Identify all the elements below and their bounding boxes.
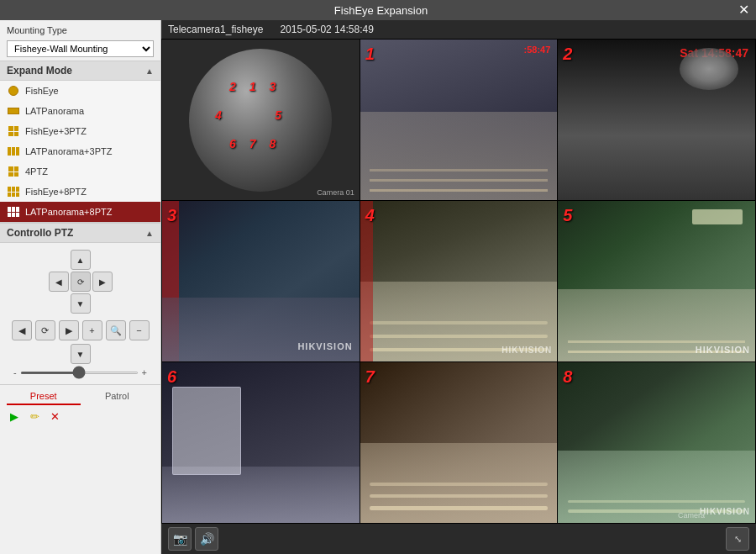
4ptz-label: 4PTZ <box>25 166 48 177</box>
ptz-section: Controllo PTZ ▲ ▲ ◀ ⟳ ▶ ▼ ◀ <box>0 222 160 427</box>
preset-play-button[interactable]: ▶ <box>7 409 22 424</box>
ptz-controls: ▲ ◀ ⟳ ▶ ▼ ◀ ⟳ ▶ + 🔍 − <box>0 243 160 384</box>
expand-mode-item-latpanorama8ptz[interactable]: LATPanorama+8PTZ <box>0 202 160 222</box>
ptz-dpad: ▲ ◀ ⟳ ▶ ▼ <box>49 250 113 314</box>
mounting-type-select[interactable]: Fisheye-Wall Mounting Fisheye-Ceiling Mo… <box>7 40 154 57</box>
close-button[interactable]: ✕ <box>738 3 749 17</box>
fisheye-numbers: 1 2 3 4 5 6 7 8 <box>189 49 332 192</box>
video-cell-4[interactable]: 4 HIKVISION <box>360 201 558 361</box>
expand-mode-label: Expand Mode <box>7 65 72 77</box>
cell-7-number: 7 <box>365 367 375 387</box>
ptz-down2-button[interactable]: ▼ <box>71 344 91 364</box>
fn-6: 6 <box>229 137 236 150</box>
latpanorama-icon <box>7 104 20 118</box>
snapshot-button[interactable]: 📷 <box>168 527 192 551</box>
cell-5-number: 5 <box>563 206 572 225</box>
hikvision-text-4: HIKVISION <box>501 346 552 355</box>
ptz-extra-right-button[interactable]: ▶ <box>59 320 79 340</box>
camera-label-8: Camera <box>678 511 705 520</box>
ptz-empty-topleft <box>49 250 69 270</box>
bottom-toolbar: 📷 🔊 ⤡ <box>161 524 756 554</box>
preset-icons-row: ▶ ✏ ✕ <box>0 405 160 427</box>
fn-8: 8 <box>270 137 276 150</box>
ptz-search-button[interactable]: 🔍 <box>106 320 126 340</box>
cell-2-number: 2 <box>563 45 572 64</box>
ptz-chevron-icon: ▲ <box>145 229 154 238</box>
preset-delete-button[interactable]: ✕ <box>47 409 62 424</box>
content-header: Telecamera1_fisheye 2015-05-02 14:58:49 <box>161 20 756 39</box>
fn-4: 4 <box>215 108 222 122</box>
latpanorama3ptz-label: LATPanorama+3PTZ <box>25 146 112 156</box>
video-cell-2[interactable]: 2 Sat 14:58:47 <box>558 40 755 200</box>
expand-mode-chevron-icon: ▲ <box>145 66 154 76</box>
patrol-tab[interactable]: Patrol <box>81 388 155 405</box>
sidebar: Mounting Type Fisheye-Wall Mounting Fish… <box>0 20 161 554</box>
title-bar-title: FishEye Expansion <box>24 4 738 17</box>
cell-1-time: :58:47 <box>524 45 551 55</box>
mounting-type-label: Mounting Type <box>0 20 160 37</box>
video-cell-5[interactable]: 5 HIKVISION <box>558 201 755 361</box>
camera-label: Camera 01 <box>317 188 354 197</box>
fn-7: 7 <box>249 137 256 150</box>
fisheye-label: FishEye <box>25 86 59 96</box>
ptz-slider-min-label: - <box>13 367 17 377</box>
video-cell-1[interactable]: 1 :58:47 <box>360 40 558 200</box>
fisheye3ptz-label: FishEye+3PTZ <box>25 126 87 136</box>
fn-1: 1 <box>249 80 256 93</box>
latpanorama8ptz-label: LATPanorama+8PTZ <box>25 207 112 217</box>
fn-3: 3 <box>270 80 276 93</box>
preset-tab[interactable]: Preset <box>7 388 81 405</box>
ptz-header[interactable]: Controllo PTZ ▲ <box>0 223 160 243</box>
preset-edit-button[interactable]: ✏ <box>27 409 42 424</box>
expand-mode-item-latpanorama3ptz[interactable]: LATPanorama+3PTZ <box>0 141 160 161</box>
ptz-center-button[interactable]: ⟳ <box>71 272 91 292</box>
fisheye-icon <box>7 84 20 98</box>
fisheye8ptz-icon <box>7 185 20 198</box>
video-grid: 1 2 3 4 5 6 7 8 Camera 01 1 :58:47 <box>161 39 756 524</box>
fn-5: 5 <box>275 108 281 122</box>
4ptz-icon <box>7 165 20 178</box>
fisheye8ptz-label: FishEye+8PTZ <box>25 187 87 197</box>
ptz-left-button[interactable]: ◀ <box>49 272 69 292</box>
cell-6-number: 6 <box>167 367 176 387</box>
ptz-empty-bottomleft <box>49 293 69 314</box>
video-cell-6[interactable]: 6 <box>162 362 360 523</box>
ptz-extra-left-button[interactable]: ◀ <box>12 320 32 340</box>
expand-mode-item-latpanorama[interactable]: LATPanorama <box>0 101 160 121</box>
ptz-down-button[interactable]: ▼ <box>71 293 91 314</box>
expand-mode-item-fisheye8ptz[interactable]: FishEye+8PTZ <box>0 182 160 202</box>
ptz-label: Controllo PTZ <box>7 227 73 239</box>
ptz-zoom-in-button[interactable]: + <box>82 320 102 340</box>
fisheye3ptz-icon <box>7 124 20 138</box>
fullscreen-button[interactable]: ⤡ <box>726 527 749 551</box>
cell-3-number: 3 <box>167 206 176 225</box>
expand-mode-header[interactable]: Expand Mode ▲ <box>0 61 160 81</box>
ptz-right-button[interactable]: ▶ <box>92 272 113 292</box>
ptz-empty-bottomright <box>92 293 113 314</box>
hikvision-text-8: HIKVISION <box>700 507 750 516</box>
video-cell-8[interactable]: 8 HIKVISION Camera <box>558 362 755 523</box>
cell-8-number: 8 <box>563 367 572 387</box>
cell-1-number: 1 <box>365 45 375 64</box>
preset-patrol-tabs: Preset Patrol <box>0 384 160 405</box>
ptz-zoom-out-button[interactable]: − <box>129 320 150 340</box>
title-bar: FishEye Expansion ✕ <box>0 0 756 20</box>
latpanorama-label: LATPanorama <box>25 106 84 116</box>
expand-mode-item-fisheye[interactable]: FishEye <box>0 81 160 101</box>
ptz-up-button[interactable]: ▲ <box>71 250 91 270</box>
audio-button[interactable]: 🔊 <box>195 527 218 551</box>
ptz-refresh-button[interactable]: ⟳ <box>35 320 55 340</box>
main-layout: Mounting Type Fisheye-Wall Mounting Fish… <box>0 20 756 554</box>
video-cell-fisheye[interactable]: 1 2 3 4 5 6 7 8 Camera 01 <box>162 40 360 200</box>
video-cell-7[interactable]: 7 <box>360 362 558 523</box>
ptz-extra-row: ◀ ⟳ ▶ + 🔍 − <box>12 320 150 340</box>
ptz-slider[interactable] <box>20 372 139 374</box>
latpanorama8ptz-icon <box>7 205 20 219</box>
expand-mode-item-4ptz[interactable]: 4PTZ <box>0 161 160 182</box>
expand-mode-list: FishEye LATPanorama FishEye+3PTZ <box>0 81 160 222</box>
content-area: Telecamera1_fisheye 2015-05-02 14:58:49 … <box>161 20 756 554</box>
expand-mode-item-fisheye3ptz[interactable]: FishEye+3PTZ <box>0 121 160 141</box>
camera-name: Telecamera1_fisheye <box>168 24 263 35</box>
cell-4-number: 4 <box>365 206 375 225</box>
video-cell-3[interactable]: 3 HIKVISION <box>162 201 360 361</box>
